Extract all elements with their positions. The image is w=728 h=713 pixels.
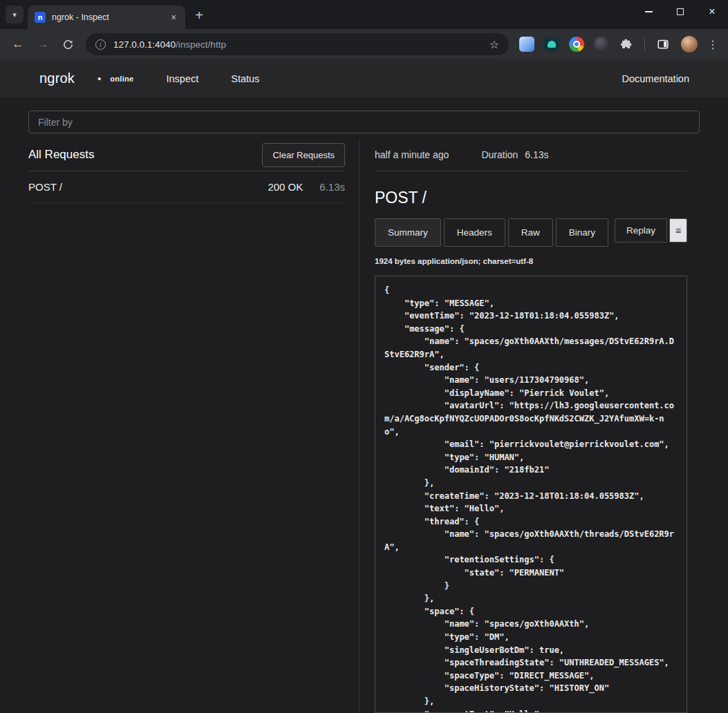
browser-toolbar: ← → i 127.0.0.1:4040/inspect/http ☆ ⋮ [0,29,728,59]
tab-summary[interactable]: Summary [375,218,441,247]
address-bar[interactable]: i 127.0.0.1:4040/inspect/http ☆ [86,33,509,55]
ngrok-page: ngrok • online Inspect Status Documentat… [0,59,728,713]
browser-window: ▾ n ngrok - Inspect × + × ← → i 127.0.0.… [0,0,728,713]
status-dot: • [97,73,101,84]
content-columns: All Requests Clear Requests POST / 200 O… [0,133,728,713]
url-host: 127.0.0.1:4040 [113,39,176,50]
url-path: /inspect/http [176,39,226,50]
forward-icon[interactable]: → [32,33,54,55]
window-controls: × [633,0,728,23]
extension-icon-blue[interactable] [519,37,534,52]
replay-button[interactable]: Replay [615,218,667,243]
replay-button-group: Replay ≡ [615,218,687,243]
request-title: POST / [375,189,687,207]
extensions-puzzle-icon[interactable] [617,35,635,53]
request-row[interactable]: POST / 200 OK 6.13s [28,171,345,203]
browser-tab[interactable]: n ngrok - Inspect × [28,6,185,29]
nav-documentation[interactable]: Documentation [622,73,689,84]
ngrok-favicon-icon: n [35,12,46,23]
profile-avatar[interactable] [681,36,698,53]
all-requests-title: All Requests [28,148,94,162]
url-text[interactable]: 127.0.0.1:4040/inspect/http [113,39,484,50]
nav-inspect[interactable]: Inspect [167,73,199,84]
side-panel-icon[interactable] [654,35,672,53]
duration-label: Duration [481,149,518,160]
chevron-down-icon: ▾ [12,10,17,19]
maximize-button[interactable] [664,0,696,23]
maximize-icon [677,8,684,15]
toolbar-divider [644,38,645,50]
requests-panel-header: All Requests Clear Requests [28,139,345,171]
filter-input[interactable] [28,111,700,133]
ngrok-header: ngrok • online Inspect Status Documentat… [0,59,728,97]
status-online-label: online [110,75,133,83]
tab-title: ngrok - Inspect [52,12,167,22]
extension-icon-dark[interactable] [594,37,609,52]
request-duration: 6.13s [319,181,345,193]
minimize-icon [645,11,653,12]
duration-value: 6.13s [525,149,548,160]
filter-wrap [0,97,728,133]
minimize-button[interactable] [633,0,664,23]
new-tab-button[interactable]: + [189,6,209,25]
bookmark-star-icon[interactable]: ☆ [489,38,499,51]
tab-strip: ▾ n ngrok - Inspect × + × [0,0,728,29]
content-meta: 1924 bytes application/json; charset=utf… [375,257,687,265]
replay-dropdown-button[interactable]: ≡ [669,218,687,243]
request-method-path: POST / [28,181,268,193]
nav-status[interactable]: Status [231,73,259,84]
request-detail-header: half a minute ago Duration 6.13s [375,139,687,171]
browser-menu-icon[interactable]: ⋮ [704,36,721,53]
request-body-json: { "type": "MESSAGE", "eventTime": "2023-… [375,276,687,713]
tab-close-icon[interactable]: × [167,11,180,23]
requests-panel: All Requests Clear Requests POST / 200 O… [28,139,359,713]
ngrok-logo: ngrok [39,70,75,86]
extension-icon-teal[interactable] [544,37,559,52]
detail-tabs-row: Summary Headers Raw Binary Replay ≡ [375,218,687,247]
clear-requests-button[interactable]: Clear Requests [262,143,345,167]
site-info-icon[interactable]: i [95,39,106,50]
close-button[interactable]: × [696,0,728,23]
tab-raw[interactable]: Raw [508,218,553,247]
back-icon[interactable]: ← [7,33,29,55]
request-detail-panel: half a minute ago Duration 6.13s POST / … [359,139,700,713]
request-status: 200 OK [268,181,303,193]
tab-headers[interactable]: Headers [444,218,505,247]
tab-search-button[interactable]: ▾ [6,6,24,23]
request-time-ago: half a minute ago [375,149,449,160]
tab-binary[interactable]: Binary [556,218,608,247]
extension-icon-chrome[interactable] [569,37,584,52]
reload-icon[interactable] [57,33,79,55]
menu-lines-icon: ≡ [675,226,681,236]
